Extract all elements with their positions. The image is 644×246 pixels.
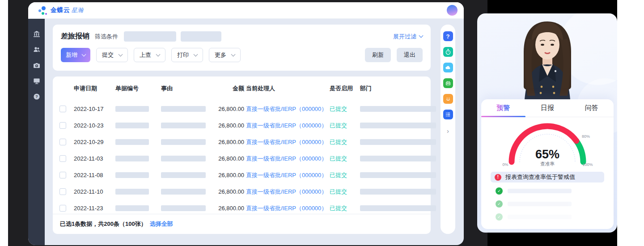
robot-icon[interactable] — [443, 78, 453, 88]
more-button[interactable]: 更多 — [209, 48, 241, 62]
user-avatar[interactable] — [447, 5, 458, 16]
new-button[interactable]: 新增 — [61, 48, 90, 62]
table-row[interactable]: 2022-10-29 26,800.00 直接一级省批/IERP（000000）… — [53, 134, 431, 150]
row-checkbox[interactable] — [59, 172, 66, 178]
select-all-link[interactable]: 选择全部 — [150, 220, 173, 228]
status-badge: 已提交 — [330, 171, 360, 179]
refresh-button[interactable]: 刷新 — [365, 48, 391, 62]
digital-human-avatar — [501, 19, 593, 101]
quick-toolbar: ? › — [441, 25, 455, 234]
dept-placeholder — [360, 106, 436, 112]
row-checkbox[interactable] — [59, 155, 66, 162]
sidebar: ? — [28, 19, 45, 245]
bill-no-placeholder — [115, 106, 149, 112]
page-header-card: 差旅报销 筛选条件 展开过滤 新增 提交 上查 打印 — [53, 25, 431, 71]
row-checkbox[interactable] — [59, 139, 66, 145]
dept-placeholder — [360, 205, 436, 211]
col-enabled: 是否启用 — [330, 85, 360, 93]
row-checkbox[interactable] — [59, 122, 66, 129]
reason-placeholder — [161, 172, 206, 178]
chevron-down-icon — [82, 52, 86, 56]
brand-logo-text: 金蝶云星瀚 — [51, 6, 84, 14]
page-title: 差旅报销 — [61, 32, 89, 41]
handler-link[interactable]: 直接一级省批/IERP（000000） — [246, 155, 330, 163]
camera-icon[interactable] — [33, 62, 40, 69]
handler-link[interactable]: 直接一级省批/IERP（000000） — [246, 138, 330, 146]
table-row[interactable]: 2022-11-10 26,800.00 直接一级省批/IERP（000000）… — [53, 183, 431, 200]
brand-logo-icon — [38, 5, 47, 16]
bill-no-placeholder — [115, 139, 149, 145]
status-badge: 已提交 — [330, 204, 360, 212]
reason-placeholder — [161, 106, 206, 112]
org-bank-icon[interactable] — [33, 30, 40, 38]
check-icon: ✓ — [496, 200, 503, 208]
table-row[interactable]: 2022-10-17 26,800.00 直接一级省批/IERP（000000）… — [53, 101, 431, 117]
cloud-icon[interactable] — [443, 63, 453, 72]
exit-button[interactable]: 退出 — [397, 48, 423, 62]
handler-link[interactable]: 直接一级省批/IERP（000000） — [246, 122, 330, 130]
chevron-down-icon — [156, 52, 161, 56]
table-row[interactable]: 2022-10-23 26,800.00 直接一级省批/IERP（000000）… — [53, 117, 431, 134]
chevron-down-icon — [419, 34, 424, 38]
app-header: 金蝶云星瀚 — [28, 2, 464, 19]
help-circle-icon[interactable]: ? — [33, 93, 40, 100]
row-checkbox[interactable] — [59, 106, 66, 112]
brand-logo: 金蝶云星瀚 — [38, 5, 84, 16]
tab-daily-report[interactable]: 日报 — [525, 99, 570, 117]
handler-link[interactable]: 直接一级省批/IERP（000000） — [246, 204, 330, 212]
table-row[interactable]: 2022-11-03 26,800.00 直接一级省批/IERP（000000）… — [53, 150, 431, 167]
svg-text:?: ? — [35, 94, 38, 99]
filter-field-2[interactable] — [181, 31, 221, 42]
dept-placeholder — [360, 123, 436, 128]
accuracy-gauge: 65% 查准率 0% 80% 100% — [481, 119, 614, 172]
reason-placeholder — [161, 139, 206, 145]
dept-placeholder — [360, 139, 436, 145]
gauge-max-label: 100% — [582, 162, 593, 167]
gauge-value: 65% — [535, 148, 559, 161]
handler-link[interactable]: 直接一级省批/IERP（000000） — [246, 188, 330, 196]
row-checkbox[interactable] — [59, 205, 66, 212]
timer-icon[interactable] — [443, 47, 453, 57]
handler-link[interactable]: 直接一级省批/IERP（000000） — [246, 171, 330, 179]
monitor-icon[interactable] — [33, 77, 40, 85]
chevron-down-icon — [231, 52, 236, 56]
assistant-tabs: 预警 日报 问答 — [481, 99, 614, 117]
filter-field-1[interactable] — [124, 31, 176, 42]
col-bill-no: 单据编号 — [115, 85, 161, 93]
gauge-threshold-label: 80% — [582, 134, 590, 139]
lookup-button[interactable]: 上查 — [134, 48, 165, 62]
smiley-icon[interactable] — [443, 94, 453, 104]
reason-placeholder — [161, 189, 206, 195]
help-icon[interactable]: ? — [443, 31, 453, 41]
users-icon[interactable] — [33, 46, 40, 53]
tab-qna[interactable]: 问答 — [569, 99, 614, 117]
item-placeholder — [508, 202, 572, 206]
table-header-row: 申请日期 单据编号 事由 金额 当前处理人 是否启用 部门 — [53, 76, 431, 101]
bill-no-placeholder — [115, 189, 149, 195]
expand-filter-link[interactable]: 展开过滤 — [393, 33, 423, 41]
bill-no-placeholder — [115, 205, 149, 211]
reason-placeholder — [161, 156, 206, 161]
alert-icon: ! — [495, 174, 501, 181]
gauge-min-label: 0% — [502, 162, 508, 167]
bill-no-placeholder — [115, 172, 149, 178]
filter-label: 筛选条件 — [95, 33, 118, 41]
task-list-icon[interactable] — [443, 110, 453, 119]
status-badge: 已提交 — [330, 188, 360, 196]
col-handler: 当前处理人 — [246, 85, 330, 93]
submit-button[interactable]: 提交 — [96, 48, 128, 62]
table-row[interactable]: 2022-11-08 26,800.00 直接一级省批/IERP（000000）… — [53, 167, 431, 183]
assistant-panel: 预警 日报 问答 65% 查准率 0% 80% 100% ! 报表查询查准率低于… — [477, 13, 617, 233]
tab-warning[interactable]: 预警 — [481, 99, 525, 117]
print-button[interactable]: 打印 — [171, 48, 203, 62]
dept-placeholder — [360, 156, 436, 161]
row-checkbox[interactable] — [59, 188, 66, 195]
col-reason: 事由 — [161, 85, 211, 93]
bill-no-placeholder — [115, 123, 149, 128]
app-window: 金蝶云星瀚 ? 差旅报销 筛选条件 展开过滤 — [28, 2, 464, 245]
assistant-card: 预警 日报 问答 65% 查准率 0% 80% 100% ! 报表查询查准率低于… — [481, 99, 614, 229]
status-badge: 已提交 — [330, 122, 360, 130]
reason-placeholder — [161, 123, 206, 128]
handler-link[interactable]: 直接一级省批/IERP（000000） — [246, 105, 330, 113]
collapse-toolbar-button[interactable]: › — [447, 127, 449, 135]
